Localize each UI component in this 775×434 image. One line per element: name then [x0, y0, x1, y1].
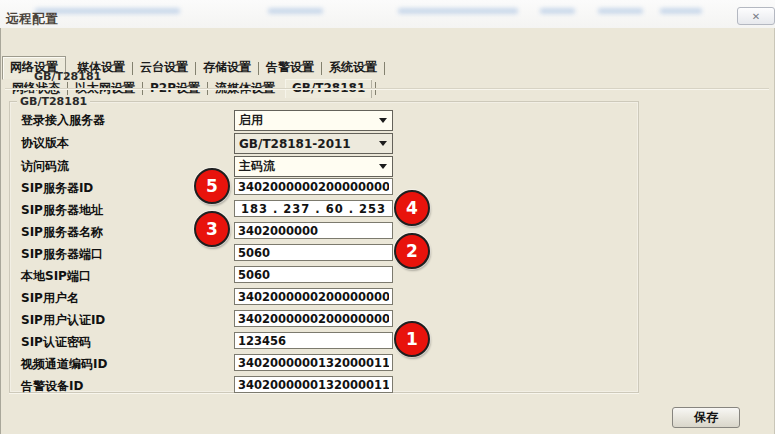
- field-label: SIP服务器名称: [21, 224, 103, 241]
- annotation-badge-2: 2: [394, 233, 430, 269]
- sip-auth-password-input[interactable]: [234, 332, 393, 349]
- form-row: SIP服务器ID: [13, 178, 641, 199]
- tab-ptz-settings[interactable]: 云台设置: [133, 57, 195, 79]
- form-row: SIP服务器名称: [13, 222, 641, 243]
- sip-username-input[interactable]: [234, 288, 393, 305]
- page-section-label: GB/T28181: [34, 70, 101, 83]
- field-label: SIP服务器地址: [21, 202, 103, 219]
- form-row: SIP用户名: [13, 288, 641, 309]
- form-row: SIP服务器地址: [13, 200, 641, 221]
- groupbox-legend: GB/T28181: [17, 95, 90, 108]
- field-label: 视频通道编码ID: [21, 356, 107, 373]
- sip-server-address-input[interactable]: [234, 200, 393, 217]
- select-value: 启用: [239, 112, 263, 129]
- chevron-down-icon: [379, 164, 387, 169]
- field-label: SIP用户名: [21, 290, 79, 307]
- sip-server-id-input[interactable]: [234, 178, 393, 195]
- form-row: 本地SIP端口: [13, 266, 641, 287]
- video-channel-encoding-id-input[interactable]: [234, 354, 393, 371]
- close-icon: ✕: [752, 11, 760, 22]
- field-label: SIP用户认证ID: [21, 312, 105, 329]
- tab-separator: [384, 62, 385, 75]
- tab-system-settings[interactable]: 系统设置: [322, 57, 384, 79]
- field-label: 访问码流: [21, 158, 69, 175]
- annotation-badge-4: 4: [394, 190, 430, 226]
- tab-alarm-settings[interactable]: 告警设置: [259, 57, 321, 79]
- background-blur: [268, 8, 323, 14]
- form-row: 访问码流 主码流: [13, 156, 641, 177]
- field-label: SIP服务器ID: [21, 180, 93, 197]
- chevron-down-icon: [379, 118, 387, 123]
- field-label: 告警设备ID: [21, 378, 83, 395]
- tab-storage-settings[interactable]: 存储设置: [196, 57, 258, 79]
- login-access-server-select[interactable]: 启用: [234, 110, 393, 131]
- save-button[interactable]: 保存: [672, 407, 740, 428]
- sip-user-auth-id-input[interactable]: [234, 310, 393, 327]
- field-label: 本地SIP端口: [21, 268, 91, 285]
- background-blur: [598, 8, 643, 14]
- form-row: 视频通道编码ID: [13, 354, 641, 375]
- form-row: SIP服务器端口: [13, 244, 641, 265]
- chevron-down-icon: [379, 141, 387, 146]
- select-value: GB/T28181-2011: [239, 137, 351, 151]
- form-row: SIP认证密码: [13, 332, 641, 353]
- select-value: 主码流: [239, 158, 275, 175]
- field-label: SIP认证密码: [21, 334, 91, 351]
- field-label: 登录接入服务器: [21, 112, 105, 129]
- annotation-badge-5: 5: [194, 168, 230, 204]
- background-blur: [398, 8, 518, 14]
- title-bar: 远程配置 ✕: [0, 0, 775, 28]
- form-row: SIP用户认证ID: [13, 310, 641, 331]
- background-blur: [540, 8, 575, 14]
- alarm-device-id-input[interactable]: [234, 376, 393, 393]
- form-row: 登录接入服务器 启用: [13, 110, 641, 131]
- annotation-badge-1: 1: [394, 321, 430, 357]
- annotation-badge-3: 3: [194, 211, 230, 247]
- window-title: 远程配置: [6, 11, 58, 28]
- access-stream-select[interactable]: 主码流: [234, 156, 393, 177]
- field-label: 协议版本: [21, 135, 69, 152]
- local-sip-port-input[interactable]: [234, 266, 393, 283]
- sip-server-port-input[interactable]: [234, 244, 393, 261]
- dialog-body: 网络设置 媒体设置 云台设置 存储设置 告警设置 系统设置 网络状态 以太网设置…: [0, 28, 775, 434]
- sip-server-name-input[interactable]: [234, 222, 393, 239]
- form-row: 告警设备ID: [13, 376, 641, 397]
- remote-config-dialog: 远程配置 ✕ 网络设置 媒体设置 云台设置 存储设置 告警设置 系统设置 网络状…: [0, 0, 775, 434]
- form-row: 协议版本 GB/T28181-2011: [13, 133, 641, 154]
- background-blur: [660, 8, 702, 14]
- field-label: SIP服务器端口: [21, 246, 103, 263]
- protocol-version-select[interactable]: GB/T28181-2011: [234, 133, 393, 154]
- page-divider: [5, 88, 769, 89]
- close-button[interactable]: ✕: [737, 7, 775, 25]
